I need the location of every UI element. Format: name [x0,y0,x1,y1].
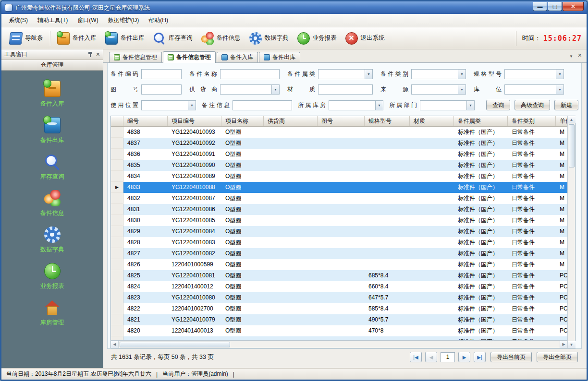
toolbar-button-parts-outbound[interactable]: 备件出库 [101,29,149,48]
search-input-material[interactable] [318,84,373,95]
scroll-left-icon[interactable]: ◀ [111,341,119,348]
scroll-right-icon[interactable]: ▶ [560,341,567,348]
column-header-4[interactable]: 供货商 [264,116,318,126]
table-row[interactable]: 48241220401400012O型圈660*8.4标准件（国产）日常备件PC [111,281,567,292]
tab-parts-outbound[interactable]: 备件出库 [259,52,300,62]
column-header-3[interactable]: 项目名称 [221,116,264,126]
search-select-warehouse[interactable] [329,100,383,110]
toolbar-button-stock-query[interactable]: 库存查询 [149,29,197,48]
chevron-down-icon[interactable] [458,70,466,79]
chevron-down-icon[interactable] [271,85,279,94]
sidebar-item-warehouse-mgmt[interactable]: 库房管理 [1,295,103,332]
toolbar-button-data-dictionary[interactable]: 数据字典 [245,29,293,48]
search-select-part-category[interactable] [411,69,466,79]
column-header-8[interactable]: 备件属类 [454,116,508,126]
search-input-part-name[interactable] [220,69,280,79]
close-button[interactable]: ✕ [563,2,584,11]
table-row[interactable]: 4825YG12204010081O型圈685*8.4标准件（国产）日常备件PC [111,270,567,281]
column-header-9[interactable]: 备件类别 [508,116,556,126]
sidebar-item-parts-inbound[interactable]: 备件入库 [1,76,103,113]
next-page-button[interactable]: ▶ [458,352,470,362]
menu-item-help[interactable]: 帮助(H) [144,14,173,27]
last-page-button[interactable]: ▶| [474,352,486,362]
sidebar-item-parts-info[interactable]: 备件信息 [1,186,103,222]
prev-page-button[interactable]: ◀ [425,352,437,362]
table-row[interactable]: 48201220401400013O型圈470*8标准件（国产）日常备件PC [111,325,567,336]
menu-item-data-maintenance[interactable]: 数据维护(D) [103,14,144,27]
column-header-1[interactable]: 编号 [123,116,168,126]
column-header-10[interactable]: 单位 [556,116,567,126]
toolbar-button-parts-inbound[interactable]: 备件入库 [53,29,101,48]
toolbar-button-parts-info[interactable]: 备件信息 [197,29,245,48]
chevron-down-icon[interactable] [556,85,564,94]
table-row[interactable]: 4827YG12204010082O型圈标准件（国产）日常备件M [111,248,567,259]
chevron-down-icon[interactable] [556,70,564,79]
search-select-supplier[interactable] [220,84,280,95]
column-header-2[interactable]: 项目编号 [168,116,221,126]
menu-item-aux-tools[interactable]: 辅助工具(T) [33,14,73,27]
export-all-pages-button[interactable]: 导出全部页 [537,352,578,362]
search-select-department[interactable] [420,100,475,110]
sidebar-item-data-dictionary[interactable]: 数据字典 [1,222,103,259]
table-row[interactable]: 4830YG12204010085O型圈标准件（国产）日常备件M [111,215,567,226]
tab-list-dropdown-icon[interactable] [569,51,573,60]
table-row[interactable]: 4831YG12204010086O型圈标准件（国产）日常备件M [111,204,567,215]
maximize-button[interactable]: ▢ [548,2,562,11]
table-row[interactable]: 48221220401002700O型圈585*8.4标准件（国产）日常备件PC [111,303,567,314]
column-header-7[interactable]: 材质 [410,116,454,126]
table-row[interactable]: 4821YG12204010079O型圈490*5.7标准件（国产）日常备件PC [111,314,567,325]
chevron-down-icon[interactable] [375,101,383,110]
pin-icon[interactable] [87,51,93,58]
scroll-up-icon[interactable]: ▲ [568,116,576,123]
table-row[interactable]: 4832YG12204010087O型圈标准件（国产）日常备件M [111,193,567,204]
chevron-down-icon[interactable] [365,70,372,79]
chevron-down-icon[interactable] [466,101,474,110]
vertical-scroll-thumb[interactable] [569,124,575,167]
search-advanced-query-button[interactable]: 高级查询 [514,100,550,110]
horizontal-scrollbar[interactable]: ◀ ▶ [111,340,567,348]
first-page-button[interactable]: |◀ [410,352,422,362]
table-row[interactable]: 标准件（国产）日常备件 [111,336,567,340]
toolbar-button-nav-bar[interactable]: 导航条 [5,29,48,48]
search-input-drawing-no[interactable] [141,84,182,95]
scroll-down-icon[interactable]: ▼ [568,341,576,348]
page-number-input[interactable] [441,352,455,362]
table-row[interactable]: 48261220401000599O型圈标准件（国产）日常备件M [111,259,567,270]
search-select-part-genus[interactable] [318,69,373,79]
minimize-button[interactable]: ▬ [533,2,547,11]
chevron-down-icon[interactable] [188,101,196,110]
export-current-page-button[interactable]: 导出当前页 [490,352,532,362]
toolbar-button-business-report[interactable]: 业务报表 [293,29,341,48]
search-input-remark[interactable] [233,100,292,110]
search-query-button[interactable]: 查询 [486,100,510,110]
table-row[interactable]: 4838YG12204010093O型圈标准件（国产）日常备件M [111,127,567,138]
search-select-location[interactable] [504,84,564,95]
horizontal-scroll-thumb[interactable] [120,342,230,347]
table-row[interactable]: 4834YG12204010089O型圈标准件（国产）日常备件M [111,171,567,182]
table-row[interactable]: 4823YG12204010080O型圈647*5.7标准件（国产）日常备件PC [111,292,567,303]
menu-item-system[interactable]: 系统(S) [4,14,33,27]
column-header-6[interactable]: 规格型号 [365,116,410,126]
column-header-5[interactable]: 图号 [318,116,365,126]
table-row[interactable]: 4836YG12204010091O型圈标准件（国产）日常备件M [111,149,567,160]
search-select-use-position[interactable] [141,100,196,110]
table-row[interactable]: 4828YG12204010083O型圈标准件（国产）日常备件M [111,237,567,248]
search-input-part-code[interactable] [141,69,182,79]
vertical-scrollbar[interactable]: ▲ ▼ [567,116,575,348]
menu-item-window[interactable]: 窗口(W) [73,14,103,27]
tab-parts-info-mgmt-2[interactable]: 备件信息管理 [163,51,216,63]
chevron-down-icon[interactable] [458,85,466,94]
table-row[interactable]: 4829YG12204010084O型圈标准件（国产）日常备件M [111,226,567,237]
table-row[interactable]: 4835YG12204010090O型圈标准件（国产）日常备件M [111,160,567,171]
search-select-source[interactable] [411,84,466,95]
search-select-spec-model[interactable] [504,69,564,79]
tool-window-close-icon[interactable] [96,51,100,58]
tab-parts-inbound[interactable]: 备件入库 [217,52,258,62]
sidebar-item-stock-query[interactable]: 库存查询 [1,149,103,186]
table-row[interactable]: 4833YG12204010088O型圈标准件（国产）日常备件M [111,182,567,193]
toolbar-button-exit-system[interactable]: 退出系统 [341,29,389,48]
tab-close-icon[interactable] [578,51,582,60]
sidebar-item-parts-outbound[interactable]: 备件出库 [1,113,103,149]
table-row[interactable]: 4837YG12204010092O型圈标准件（国产）日常备件M [111,138,567,149]
tab-parts-info-mgmt-1[interactable]: 备件信息管理 [109,52,162,62]
